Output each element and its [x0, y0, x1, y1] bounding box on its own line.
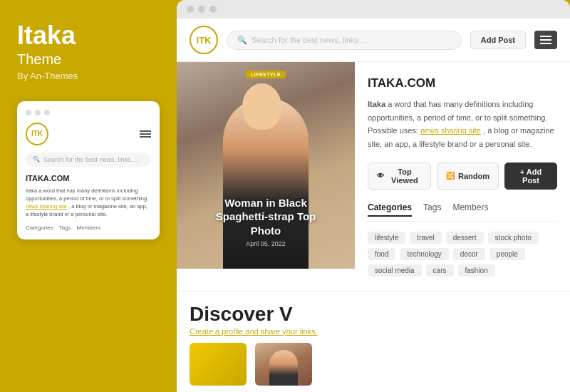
brand-by: By An-Themes	[17, 71, 160, 81]
mini-search-bar[interactable]: 🔍 Search for the best news, links ...	[26, 153, 151, 167]
mini-dot-3	[44, 110, 50, 115]
discover-card-2	[255, 343, 312, 386]
left-panel: Itaka Theme By An-Themes ITK 🔍 Search fo…	[0, 0, 177, 392]
tab-members[interactable]: Members	[452, 202, 488, 217]
mini-search-icon: 🔍	[33, 156, 40, 163]
discover-card-1	[190, 343, 247, 386]
shuffle-icon: 🔀	[446, 172, 455, 180]
site-search-bar[interactable]: 🔍 Search for the best news, links ...	[227, 31, 462, 50]
hero-text-overlay: Woman in Black Spaghetti-strap Top Photo…	[177, 196, 355, 248]
mini-preview-card: ITK 🔍 Search for the best news, links ..…	[17, 101, 160, 239]
hero-badge: LIFESTYLE	[246, 71, 286, 78]
mini-dot-2	[35, 110, 41, 115]
mini-hamburger-icon[interactable]	[140, 130, 151, 138]
mini-desc: Itaka a word that has many definitions i…	[26, 187, 151, 219]
mini-tab-categories[interactable]: Categories	[26, 225, 53, 231]
mini-logo: ITK	[26, 123, 48, 145]
mini-desc-text: Itaka a word that has many definitions i…	[26, 187, 148, 202]
eye-icon: 👁	[377, 172, 384, 180]
tags-grid: lifestyletraveldessertstock photofoodtec…	[368, 232, 557, 277]
sidebar-site-title: ITAKA.COM	[368, 76, 557, 91]
top-viewed-button[interactable]: 👁 Top Viewed	[368, 163, 431, 190]
browser-bar	[177, 0, 570, 19]
hero-date: April 05, 2022	[177, 240, 355, 247]
discover-section: Discover V Create a profile and share yo…	[177, 291, 570, 392]
random-label: Random	[458, 172, 489, 180]
discover-subtitle: Create a profile and share your links.	[190, 327, 557, 336]
tab-categories[interactable]: Categories	[368, 202, 412, 217]
mini-tab-tags[interactable]: Tags	[59, 225, 71, 231]
tab-tags[interactable]: Tags	[423, 202, 441, 217]
tag-item[interactable]: technology	[400, 248, 448, 260]
discover-title: Discover V	[190, 303, 557, 326]
site-sidebar: ITAKA.COM Itaka a word that has many def…	[355, 62, 570, 291]
tag-item[interactable]: decor	[453, 248, 485, 260]
tag-item[interactable]: stock photo	[488, 232, 539, 244]
mini-browser-dots	[26, 110, 151, 115]
mini-tabs: Categories Tags Members	[26, 225, 151, 231]
top-viewed-label: Top Viewed	[388, 167, 422, 185]
tag-item[interactable]: people	[489, 248, 525, 260]
site-logo: ITK	[190, 26, 218, 54]
right-panel: ITK 🔍 Search for the best news, links ..…	[177, 0, 570, 392]
mini-header: ITK	[26, 123, 151, 145]
main-content: LIFESTYLE Woman in Black Spaghetti-strap…	[177, 62, 570, 291]
brand-subtitle: Theme	[17, 51, 160, 68]
hero-post-title: Woman in Black Spaghetti-strap Top Photo	[177, 196, 355, 238]
sidebar-desc: Itaka a word that has many definitions i…	[368, 98, 557, 151]
search-placeholder: Search for the best news, links ...	[252, 36, 367, 44]
hero-area: LIFESTYLE Woman in Black Spaghetti-strap…	[177, 62, 355, 269]
browser-dot-1	[187, 6, 194, 13]
add-post-button[interactable]: + Add Post	[504, 163, 557, 190]
mini-dot-1	[26, 110, 31, 115]
tag-item[interactable]: dessert	[446, 232, 484, 244]
random-button[interactable]: 🔀 Random	[437, 163, 499, 190]
tag-item[interactable]: food	[368, 248, 395, 260]
mini-tab-members[interactable]: Members	[77, 225, 100, 231]
tag-item[interactable]: fashion	[458, 264, 495, 277]
sidebar-desc-intro: Itaka	[368, 100, 385, 108]
site-body: ITK 🔍 Search for the best news, links ..…	[177, 19, 570, 392]
tag-item[interactable]: lifestyle	[368, 232, 405, 244]
tag-item[interactable]: travel	[410, 232, 441, 244]
mini-desc-link[interactable]: news sharing site	[26, 203, 67, 210]
tag-item[interactable]: social media	[368, 264, 422, 277]
sidebar-desc-link[interactable]: news sharing site	[420, 126, 481, 135]
discover-subtitle-suffix: and share your links.	[245, 327, 318, 336]
site-header: ITK 🔍 Search for the best news, links ..…	[177, 19, 570, 62]
create-profile-link[interactable]: Create a profile	[190, 327, 243, 336]
discover-cards-row	[190, 343, 557, 386]
sidebar-actions: 👁 Top Viewed 🔀 Random + Add Post	[368, 163, 557, 190]
sidebar-tabs: Categories Tags Members	[368, 202, 557, 222]
mini-search-placeholder: Search for the best news, links ...	[43, 156, 138, 163]
site-hamburger-icon[interactable]	[534, 31, 557, 49]
browser-dot-3	[209, 6, 217, 13]
header-add-post-button[interactable]: Add Post	[470, 31, 526, 49]
tag-item[interactable]: cars	[426, 264, 454, 277]
mini-site-title: ITAKA.COM	[26, 174, 151, 182]
search-icon: 🔍	[237, 36, 247, 45]
browser-dot-2	[198, 6, 205, 13]
brand-title: Itaka	[17, 21, 160, 50]
